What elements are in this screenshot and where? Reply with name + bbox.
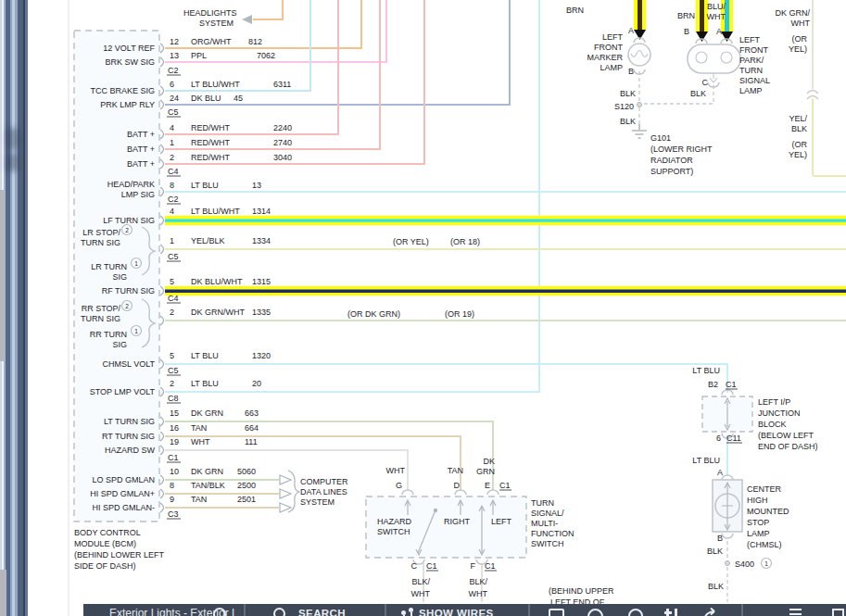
connector-label[interactable]: C5 [168, 252, 179, 261]
component-caption: END OF DASH) [758, 442, 818, 451]
connector-label[interactable]: C8 [168, 394, 179, 403]
wire-color-label: YEL/ [789, 114, 807, 123]
ground-location: SUPPORT) [650, 167, 693, 176]
pin-arc [402, 490, 413, 495]
component-caption: TURN [739, 66, 763, 75]
wire-pin: 13 [170, 51, 179, 60]
clock-icon[interactable] [628, 609, 643, 616]
component-caption: LAMP [747, 529, 770, 538]
component-caption: SIGNAL/ [531, 509, 564, 518]
group-badge: 1 [134, 328, 138, 334]
monitor-icon[interactable] [549, 609, 564, 616]
share-icon[interactable] [702, 608, 719, 616]
connector-label[interactable]: C2 [168, 195, 179, 204]
pin-label: RT TURN SIG [102, 432, 155, 441]
switch-label: SWITCH [377, 527, 410, 536]
wire-color-label: GRN [476, 467, 495, 476]
connector-label[interactable]: C1 [485, 561, 496, 571]
wire-pin: 16 [170, 423, 179, 433]
wire-color-label: BLK [620, 117, 636, 126]
wire-color-label: BLK [708, 582, 724, 591]
connector-label[interactable]: C1 [726, 380, 737, 389]
info-icon[interactable] [213, 608, 226, 616]
wire-pin: 6 [170, 80, 174, 89]
wire-color-label: TAN [448, 466, 463, 475]
wire-pin: 10 [170, 467, 179, 476]
connector-label[interactable]: C3 [168, 509, 179, 519]
search-button[interactable]: SEARCH [298, 608, 346, 616]
wire-color: DK BLU/WHT [191, 277, 243, 286]
pin-label: LT TURN SIG [104, 417, 155, 426]
ground-symbol [632, 124, 647, 138]
wire-num: 664 [245, 423, 259, 433]
pin-letter: G [396, 481, 402, 490]
show-wires-button[interactable]: SHOW WIRES [419, 608, 494, 616]
component-caption: MOUNTED [747, 507, 789, 516]
wire-color: DK GRN [191, 467, 223, 476]
pin-label: RR TURN [90, 330, 127, 339]
connector-label[interactable]: C4 [168, 294, 179, 303]
component-caption: HIGH [747, 496, 768, 505]
component-caption: LAMP [600, 63, 623, 72]
switch-label: RIGHT [444, 517, 471, 526]
component-caption: FUNCTION [531, 529, 575, 538]
wire-pin: 8 [170, 481, 174, 490]
pin-letter: B [717, 534, 723, 543]
pin-label: SIG [112, 272, 127, 282]
system-ref-label[interactable]: SYSTEM [199, 19, 234, 28]
wire-color-label: BLK [620, 89, 636, 98]
pin-label: TURN SIG [81, 314, 120, 323]
system-ref-label[interactable]: HEADLIGHTS [183, 8, 237, 18]
pin-label: CHMSL VOLT [102, 359, 155, 369]
search-icon[interactable] [273, 608, 285, 616]
wire-pin: 12 [170, 37, 179, 46]
wiring-diagram-viewer: HEADLIGHTS SYSTEM 12 VOLT REF BRK SW SIG… [0, 0, 846, 616]
wire-color: TAN [191, 495, 207, 504]
connector-label[interactable]: C11 [726, 434, 741, 443]
component-caption: (BELOW LEFT [758, 431, 814, 440]
connector-label[interactable]: C4 [168, 167, 179, 176]
diagram-canvas[interactable]: HEADLIGHTS SYSTEM 12 VOLT REF BRK SW SIG… [0, 0, 846, 616]
window-icon[interactable] [832, 609, 844, 616]
wire-num: 2500 [237, 481, 256, 490]
toolbar-divider [528, 604, 530, 616]
component-caption: SWITCH [531, 539, 564, 548]
wire-color-label: BLK/ [469, 577, 487, 586]
wire-pin: 2 [170, 153, 174, 162]
component-caption: LEFT I/P [758, 397, 790, 407]
pin-label: HI SPD GMLAN- [92, 503, 155, 512]
wire-color: LT BLU [191, 351, 219, 360]
component-caption: MULTI- [531, 519, 558, 528]
computer-ref-label[interactable]: SYSTEM [300, 497, 335, 507]
wire-pin: 1 [170, 236, 174, 245]
component-caption: FRONT [594, 43, 623, 52]
computer-ref-label[interactable]: COMPUTER [300, 477, 348, 486]
pin-label: LF TURN SIG [103, 216, 155, 225]
pin-letter: D [454, 481, 461, 490]
wire-num: 1335 [252, 308, 271, 317]
connector-label[interactable]: C2 [168, 66, 179, 75]
splice-s400-node [726, 561, 730, 566]
component-caption: LAMP [739, 86, 763, 95]
wire-annotation: (OR YEL) [393, 237, 429, 246]
pin-arc [487, 490, 499, 495]
bcm-caption: (BEHIND LOWER LEFT [74, 550, 165, 559]
zoom-icon[interactable] [587, 609, 603, 616]
wire-annotation: (OR DK GRN) [347, 309, 400, 319]
computer-ref-label[interactable]: DATA LINES [300, 487, 347, 497]
connector-label[interactable]: C5 [168, 107, 179, 117]
connector-label[interactable]: C1 [499, 481, 511, 490]
wire-ltblu-1320 [165, 364, 727, 393]
wire-annotation: (OR 19) [445, 309, 474, 319]
wire-color-label: BLK/ [411, 577, 430, 586]
wire-num: 45 [234, 94, 243, 103]
wire-color: PPL [191, 51, 207, 60]
wire-pin: 5 [170, 351, 174, 360]
connector-label[interactable]: C1 [168, 453, 179, 462]
wire-color-label: WHT [791, 19, 811, 28]
edge-patch [0, 570, 6, 616]
wire-color-label: BLK [707, 547, 723, 556]
wire-color: DK BLU [191, 94, 221, 103]
connector-label[interactable]: C1 [426, 561, 437, 571]
connector-label[interactable]: C5 [168, 366, 179, 375]
